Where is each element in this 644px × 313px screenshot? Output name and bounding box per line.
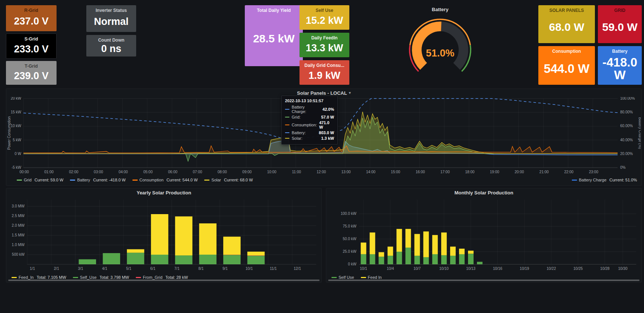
bar-segment-self_use: [247, 256, 265, 264]
legend-value: Current: 68.0 W: [224, 178, 253, 182]
legend-label: Self Use: [339, 275, 354, 280]
stat-panel-count-down: Count Down 0 ns: [86, 35, 136, 57]
tick-label: 10 kW: [11, 124, 22, 128]
bar-segment-feed_in: [199, 223, 217, 255]
stat-panel-t-grid: T-Grid 239.0 V: [6, 61, 57, 85]
tick-label: 10/19: [520, 267, 529, 271]
legend-marker: [73, 277, 78, 278]
bar-segment-self-use: [406, 248, 411, 264]
legend-item-consumption[interactable]: ConsumptionCurrent: 544.0 W: [132, 178, 198, 182]
tick-label: 5/1: [126, 267, 131, 271]
bar-segment-feed_in: [151, 214, 169, 255]
bar-segment-feed-in: [423, 232, 429, 257]
bar-segment-self_use: [175, 255, 193, 264]
tick-label: 25.0 kW: [343, 249, 356, 254]
tick-label: 13:00: [342, 170, 351, 174]
tick-label: 05:00: [143, 170, 153, 174]
tick-label: 10/30: [618, 267, 627, 271]
tick-label: 80.00%: [620, 110, 633, 114]
legend-value: Current: 59.0 W: [35, 178, 64, 182]
stat-panel-self-use: Self Use 15.2 kW: [299, 5, 349, 30]
legend-item-from-grid[interactable]: From_GridTotal: 28 kW: [136, 275, 188, 280]
stat-panel-solar-panels: SOLAR PANELS 68.0 W: [538, 5, 595, 43]
legend-item-battery-charge[interactable]: Battery ChargeCurrent: 51.0%: [572, 178, 637, 182]
bar-segment-feed-in: [379, 252, 384, 256]
stat-value-consumption: 544.0 W: [544, 54, 590, 83]
tick-label: 07:00: [193, 170, 202, 174]
tooltip-row: Battery Charge:42.0%: [285, 105, 334, 114]
legend-value: Current: -418.0 W: [93, 178, 125, 182]
bar-segment-feed-in: [370, 232, 375, 254]
tick-label: 3/1: [78, 267, 83, 271]
legend-marker: [70, 180, 75, 181]
stat-value-inverter-status: Normal: [94, 13, 128, 30]
tooltip-series-marker: [285, 138, 289, 139]
tooltip-series-label: Battery:: [292, 130, 306, 135]
tick-label: 00:00: [19, 170, 29, 174]
tick-label: 20 kW: [11, 97, 22, 100]
legend-item-feed-in[interactable]: Feed In: [361, 275, 382, 280]
stat-title-inverter-status: Inverter Status: [96, 8, 127, 13]
legend-marker: [204, 180, 209, 181]
stat-panel-daily-grid-consumption: Daily Grid Consu... 1.9 kW: [299, 60, 349, 85]
gauge-value-arc: [417, 26, 441, 66]
tick-label: 0 W: [15, 152, 21, 156]
tick-label: 10/10: [439, 267, 449, 271]
tick-label: 15:00: [391, 170, 400, 174]
tick-label: 8/1: [198, 267, 204, 271]
legend-item-self-use[interactable]: Self Use: [331, 275, 354, 280]
tick-label: 06:00: [168, 170, 177, 174]
battery-gauge-title: Battery: [384, 5, 496, 13]
tooltip-series-label: Solar:: [292, 136, 302, 141]
horizontal-scrollbar[interactable]: [328, 280, 640, 281]
tick-label: 19:00: [490, 170, 499, 174]
tooltip-series-marker: [285, 109, 289, 110]
legend-item-battery[interactable]: BatteryCurrent: -418.0 W: [70, 178, 125, 182]
legend-label: Battery Charge: [579, 178, 606, 182]
stat-value-total-daily-yield: 28.5 kW: [253, 13, 295, 65]
stat-title-s-grid: S-Grid: [25, 36, 38, 42]
gauge-empty-arc: [441, 26, 464, 66]
bar-segment-feed-in: [388, 246, 393, 256]
stat-panel-r-grid: R-Grid 237.0 V: [6, 5, 57, 31]
yearly-bar-chart[interactable]: 3.0 MW2.5 MW2.0 MW1.5 MW1.0 MW500 kW1/12…: [6, 197, 321, 273]
legend-label: Grid: [24, 178, 32, 182]
stat-title-daily-feedin: Daily FeedIn: [311, 35, 338, 41]
bar-segment-self-use: [459, 254, 465, 264]
bar-segment-self-use: [450, 256, 456, 264]
tick-label: 10/28: [600, 267, 609, 271]
bar-segment-from_grid: [223, 255, 241, 255]
tick-label: 10/1: [246, 267, 253, 271]
tick-label: 09:00: [242, 170, 251, 174]
tooltip-row: Solar:1.3 kW: [285, 136, 334, 141]
bar-segment-feed-in: [406, 229, 411, 248]
bar-segment-feed_in: [127, 249, 144, 253]
horizontal-scrollbar[interactable]: [8, 280, 320, 281]
bar-segment-feed-in: [450, 246, 456, 256]
gauge-value-text: 51.0%: [426, 48, 455, 59]
tooltip-series-value: 1.3 kW: [321, 136, 334, 141]
legend-item-feed-in[interactable]: Feed_InTotal: 7.105 MW: [12, 275, 66, 280]
tooltip-title: 2022-10-13 10:51:57: [285, 99, 334, 103]
tick-label: 04:00: [119, 170, 128, 174]
legend-marker: [331, 277, 337, 278]
main-chart-legend: GridCurrent: 59.0 WBatteryCurrent: -418.…: [6, 176, 641, 184]
bar-segment-self-use: [379, 257, 384, 264]
tick-label: 12:00: [317, 170, 326, 174]
legend-item-grid[interactable]: GridCurrent: 59.0 W: [17, 178, 63, 182]
tick-label: 10:00: [267, 170, 276, 174]
legend-item-solar[interactable]: SolarCurrent: 68.0 W: [204, 178, 253, 182]
tick-label: 15 kW: [11, 110, 22, 114]
tick-label: 20:00: [515, 170, 524, 174]
legend-label: Feed_In: [19, 275, 33, 280]
stat-title-self-use: Self Use: [315, 8, 333, 13]
legend-item-self-use[interactable]: Self_UseTotal: 3.798 MW: [73, 275, 129, 280]
tick-label: 2.5 MW: [12, 214, 25, 218]
legend-marker: [12, 277, 17, 278]
stat-title-r-grid: R-Grid: [24, 8, 38, 13]
stat-panel-consumption: Consumption 544.0 W: [538, 46, 595, 85]
stat-value-battery: -418.0 W: [599, 54, 640, 83]
tick-label: 3.0 MW: [12, 204, 25, 208]
monthly-bar-chart[interactable]: 100.0 kW75.0 kW50.0 kW25.0 kW0 kW10/110/…: [326, 197, 641, 273]
tooltip-series-value: 803.0 W: [319, 130, 334, 135]
